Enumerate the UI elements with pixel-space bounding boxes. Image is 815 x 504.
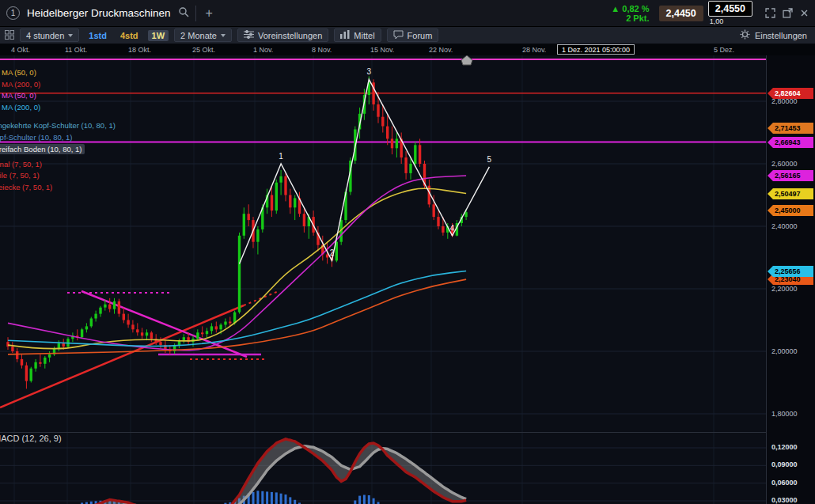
titlebar: 1 Heidelberger Druckmaschinen + ▲ 0,82 %… — [0, 0, 815, 27]
svg-text:1: 1 — [279, 152, 283, 161]
price-axis-label: 2,60000 — [771, 160, 798, 168]
chevron-down-icon — [68, 34, 73, 37]
interval-quick-1w[interactable]: 1W — [148, 30, 169, 41]
date-label: 11 Okt. — [65, 46, 87, 54]
gear-icon — [740, 29, 750, 41]
chart-widget: 1 Heidelberger Druckmaschinen + ▲ 0,82 %… — [0, 0, 815, 504]
price-tag: 2,82604 — [768, 88, 813, 99]
date-label: 15 Nov. — [370, 46, 394, 54]
macd-axis-label: 0,09000 — [771, 460, 798, 468]
macd-axis-label: 0,12000 — [771, 443, 798, 451]
price-axis-label: 2,20000 — [771, 285, 798, 293]
sliders-icon — [244, 30, 254, 40]
widget-number: 1 — [11, 9, 16, 17]
popout-icon[interactable] — [783, 8, 793, 18]
chart-region: 1 Dez. 2021 05:00:00 4 Okt.11 Okt.18 Okt… — [0, 44, 815, 504]
chevron-down-icon — [221, 34, 226, 37]
interval-dropdown[interactable]: 4 stunden — [20, 28, 79, 42]
price-tag: 2,25656 — [768, 266, 813, 277]
close-icon[interactable] — [800, 9, 809, 17]
date-axis[interactable]: 1 Dez. 2021 05:00:00 4 Okt.11 Okt.18 Okt… — [0, 44, 815, 55]
quote-change: ▲ 0,82 % 2 Pkt. — [611, 4, 649, 23]
presets-button[interactable]: Voreinstellungen — [237, 28, 328, 42]
change-points: 2 Pkt. — [611, 13, 649, 23]
price-scale[interactable]: 2,800002,600002,400002,200002,000001,800… — [766, 55, 815, 504]
candlestick-chart[interactable]: 12345 — [0, 55, 766, 432]
mittel-label: Mittel — [354, 31, 374, 40]
forum-button[interactable]: Forum — [387, 28, 439, 42]
presets-label: Voreinstellungen — [258, 31, 322, 40]
interval-quick-1std[interactable]: 1std — [85, 30, 111, 41]
date-label: 4 Okt. — [11, 46, 30, 54]
range-dropdown-label: 2 Monate — [180, 31, 217, 40]
expand-icon[interactable] — [765, 8, 775, 18]
macd-axis-label: 0,06000 — [771, 479, 798, 487]
date-label: 5 Dez. — [714, 46, 734, 54]
svg-text:4: 4 — [450, 224, 455, 233]
ask-size: 1,00 — [708, 17, 752, 25]
price-axis-label: 1,80000 — [771, 410, 798, 418]
bid-price[interactable]: 2,4450 — [659, 6, 703, 21]
ask-price[interactable]: 2,4550 — [708, 1, 752, 17]
svg-text:5: 5 — [487, 155, 492, 164]
price-axis-label: 2,00000 — [771, 347, 798, 355]
settings-button[interactable]: Einstellungen — [740, 29, 810, 41]
date-label: 28 Nov. — [522, 46, 546, 54]
interval-quick-4std[interactable]: 4std — [116, 30, 142, 41]
date-label: 25 Okt. — [192, 46, 215, 54]
price-tag: 2,66943 — [768, 137, 813, 148]
price-tag: 2,50497 — [768, 188, 813, 199]
macd-axis-label: 0,03000 — [771, 496, 798, 504]
mittel-button[interactable]: Mittel — [334, 28, 381, 42]
svg-text:3: 3 — [367, 67, 372, 76]
settings-label: Einstellungen — [755, 31, 807, 40]
range-dropdown[interactable]: 2 Monate — [174, 28, 232, 42]
interval-dropdown-label: 4 stunden — [26, 31, 64, 40]
bar-chart-icon — [340, 30, 350, 40]
crosshair-date-tooltip: 1 Dez. 2021 05:00:00 — [557, 44, 635, 55]
chart-toolbar: 4 stunden 1std 4std 1W 2 Monate Voreinst… — [0, 27, 815, 44]
price-tag: 2,45000 — [768, 205, 813, 216]
up-triangle-icon: ▲ — [611, 4, 620, 13]
date-label: 18 Okt. — [128, 46, 151, 54]
date-label: 8 Nov. — [312, 46, 332, 54]
forum-label: Forum — [408, 31, 433, 40]
widget-number-badge[interactable]: 1 — [6, 6, 20, 20]
price-axis-label: 2,40000 — [771, 222, 798, 230]
macd-label[interactable]: MACD (12, 26, 9) — [0, 434, 62, 443]
date-label: 1 Nov. — [253, 46, 273, 54]
price-tag: 2,71453 — [768, 123, 813, 134]
divider — [195, 6, 196, 21]
svg-text:2: 2 — [330, 248, 335, 257]
date-label: 22 Nov. — [429, 46, 453, 54]
widget-title: Heidelberger Druckmaschinen — [27, 7, 171, 19]
change-percent: 0,82 % — [622, 4, 649, 13]
search-icon[interactable] — [178, 6, 189, 21]
macd-panel[interactable] — [0, 432, 766, 504]
add-tab-button[interactable]: + — [203, 7, 216, 20]
speech-bubble-icon — [393, 30, 404, 41]
layout-grid-icon[interactable] — [5, 30, 14, 41]
price-tag: 2,56165 — [768, 170, 813, 181]
